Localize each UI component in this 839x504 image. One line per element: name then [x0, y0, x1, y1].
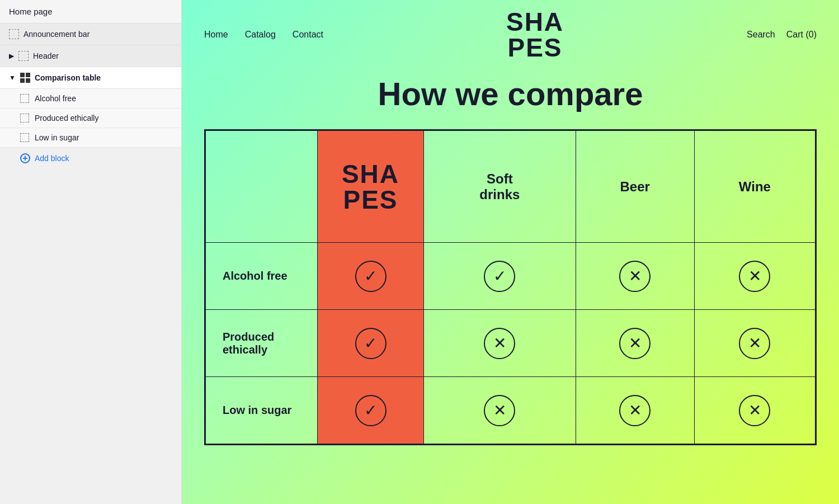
logo-block: SHA PES [506, 9, 564, 60]
comparison-table: SHA PES Softdrinks Beer Wine [204, 129, 817, 445]
row-label-alcohol-free: Alcohol free [206, 243, 318, 310]
check-icon: ✓ [355, 261, 386, 292]
expand-icon: ▶ [9, 52, 14, 60]
block-icon [20, 133, 29, 142]
table-header-empty [206, 131, 318, 243]
row-beer-alcohol-free: ✕ [576, 243, 694, 310]
row-wine-low-in-sugar: ✕ [694, 377, 815, 444]
collapse-icon: ▼ [9, 74, 16, 82]
row-label-low-in-sugar: Low in sugar [206, 377, 318, 444]
logo-line1: SHA [506, 9, 564, 35]
add-block-button[interactable]: + Add block [0, 148, 181, 169]
sidebar-sub-label: Low in sugar [35, 133, 79, 142]
cross-icon: ✕ [739, 261, 770, 292]
nav-cart[interactable]: Cart (0) [786, 30, 817, 40]
table-logo-line1: SHA [342, 161, 399, 187]
row-wine-produced-ethically: ✕ [694, 310, 815, 377]
cross-icon: ✕ [739, 328, 770, 359]
row-brand-low-in-sugar: ✓ [318, 377, 424, 444]
block-icon [20, 94, 29, 103]
sidebar-section-icon [9, 29, 19, 39]
table-body: Alcohol free ✓ ✓ ✕ ✕ Produc [206, 243, 816, 444]
sidebar-sub-item-alcohol-free[interactable]: Alcohol free [0, 89, 181, 109]
row-brand-produced-ethically: ✓ [318, 310, 424, 377]
cross-icon: ✕ [484, 328, 515, 359]
check-icon: ✓ [484, 261, 515, 292]
nav-home[interactable]: Home [204, 30, 228, 40]
main-content: Home Catalog Contact SHA PES Search Cart… [182, 0, 839, 504]
row-beer-produced-ethically: ✕ [576, 310, 694, 377]
comparison-table-inner: SHA PES Softdrinks Beer Wine [205, 130, 816, 444]
cross-icon: ✕ [619, 261, 651, 292]
sidebar-title: Home page [0, 0, 181, 23]
sidebar-item-label: Comparison table [35, 73, 101, 82]
sidebar-sub-label: Alcohol free [35, 94, 76, 103]
table-header-wine: Wine [694, 131, 815, 243]
col-label-wine: Wine [739, 179, 771, 194]
grid-icon [20, 73, 30, 83]
table-header-beer: Beer [576, 131, 694, 243]
page-title: How we compare [182, 75, 839, 112]
nav-search[interactable]: Search [747, 30, 775, 40]
table-row-produced-ethically: Produced ethically ✓ ✕ ✕ ✕ [206, 310, 816, 377]
sidebar-sub-item-produced-ethically[interactable]: Produced ethically [0, 109, 181, 128]
sidebar-item-announcement-bar[interactable]: Announcement bar [0, 23, 181, 45]
sidebar-section-icon [18, 51, 29, 61]
table-header-brand: SHA PES [318, 131, 424, 243]
add-block-label: Add block [35, 154, 69, 163]
navigation: Home Catalog Contact SHA PES Search Cart… [182, 0, 839, 69]
row-soft-drinks-low-in-sugar: ✕ [424, 377, 576, 444]
row-wine-alcohol-free: ✕ [694, 243, 815, 310]
row-brand-alcohol-free: ✓ [318, 243, 424, 310]
row-label-produced-ethically: Produced ethically [206, 310, 318, 377]
table-row-alcohol-free: Alcohol free ✓ ✓ ✕ ✕ [206, 243, 816, 310]
sidebar-item-label: Header [33, 51, 59, 60]
sidebar: Home page Announcement bar ▶ Header ▼ Co… [0, 0, 182, 504]
col-label-soft-drinks: Softdrinks [479, 171, 520, 202]
cross-icon: ✕ [619, 395, 651, 426]
cross-icon: ✕ [619, 328, 651, 359]
sidebar-sub-item-low-in-sugar[interactable]: Low in sugar [0, 128, 181, 148]
table-logo-block: SHA PES [318, 161, 423, 213]
table-row-low-in-sugar: Low in sugar ✓ ✕ ✕ ✕ [206, 377, 816, 444]
table-logo-line2: PES [343, 187, 398, 213]
nav-logo: SHA PES [323, 9, 747, 60]
nav-contact[interactable]: Contact [293, 30, 323, 40]
col-label-beer: Beer [620, 179, 650, 194]
nav-links: Home Catalog Contact [204, 30, 323, 40]
row-beer-low-in-sugar: ✕ [576, 377, 694, 444]
sidebar-item-header[interactable]: ▶ Header [0, 45, 181, 67]
check-icon: ✓ [355, 328, 386, 359]
sidebar-item-label: Announcement bar [23, 30, 89, 39]
check-icon: ✓ [355, 395, 386, 426]
nav-right: Search Cart (0) [747, 30, 817, 40]
sidebar-item-comparison-table[interactable]: ▼ Comparison table [0, 67, 181, 89]
table-header-soft-drinks: Softdrinks [424, 131, 576, 243]
table-header-row: SHA PES Softdrinks Beer Wine [206, 131, 816, 243]
sidebar-sub-label: Produced ethically [35, 114, 98, 123]
row-soft-drinks-alcohol-free: ✓ [424, 243, 576, 310]
cross-icon: ✕ [484, 395, 515, 426]
block-icon [20, 114, 29, 123]
logo-line2: PES [507, 35, 562, 60]
nav-catalog[interactable]: Catalog [245, 30, 276, 40]
row-soft-drinks-produced-ethically: ✕ [424, 310, 576, 377]
cross-icon: ✕ [739, 395, 770, 426]
add-icon: + [20, 153, 30, 163]
